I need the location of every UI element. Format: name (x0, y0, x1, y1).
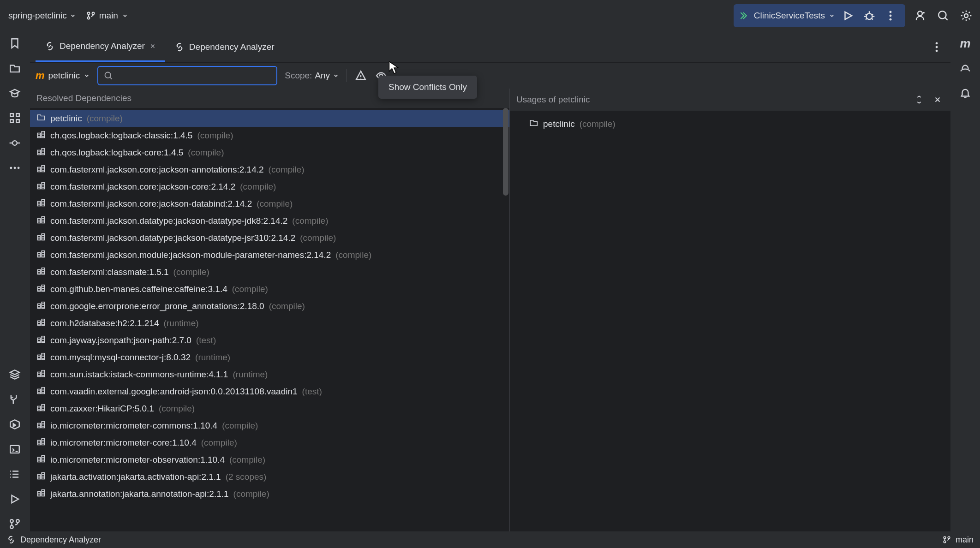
lib-icon (36, 283, 46, 295)
panel-title: Resolved Dependencies (36, 93, 131, 103)
svg-rect-13 (16, 119, 19, 123)
dependency-item[interactable]: com.fasterxml.jackson.module:jackson-mod… (30, 246, 509, 263)
dependency-item[interactable]: com.vaadin.external.google:android-json:… (30, 383, 509, 400)
dependency-item[interactable]: jakarta.activation:jakarta.activation-ap… (30, 468, 509, 485)
project-selector[interactable]: spring-petclinic (6, 9, 79, 23)
tab-more-button[interactable] (928, 39, 945, 55)
scope-selector[interactable]: Scope: Any (285, 71, 339, 81)
expand-collapse-button[interactable] (913, 93, 926, 106)
module-selector[interactable]: m petclinic (36, 70, 90, 82)
dependency-item[interactable]: com.jayway.jsonpath:json-path:2.7.0 (tes… (30, 332, 509, 349)
run-tool-button[interactable] (7, 492, 22, 506)
dependency-name: com.mysql:mysql-connector-j:8.0.32 (50, 352, 191, 363)
dependency-item[interactable]: io.micrometer:micrometer-commons:1.10.4 … (30, 417, 509, 434)
tab-dependency-analyzer-1[interactable]: Dependency Analyzer (36, 31, 165, 62)
vcs-tool-button[interactable] (7, 517, 22, 531)
dependency-scope: (compile) (173, 267, 209, 277)
structure-tool-button[interactable] (7, 111, 22, 125)
dependency-name: com.fasterxml.jackson.core:jackson-core:… (50, 182, 235, 192)
svg-rect-19 (10, 446, 19, 453)
dependency-list[interactable]: petclinic (compile) ch.qos.logback:logba… (30, 108, 509, 531)
close-panel-button[interactable] (931, 93, 944, 106)
run-config-selector[interactable]: ClinicServiceTests (740, 11, 835, 21)
build-tool-button[interactable] (7, 392, 22, 407)
chevron-down-icon (333, 72, 339, 79)
dependency-item[interactable]: io.micrometer:micrometer-core:1.10.4 (co… (30, 434, 509, 451)
bookmarks-tool-button[interactable] (7, 36, 22, 51)
dependency-name: com.github.ben-manes.caffeine:caffeine:3… (50, 284, 227, 294)
dependency-item[interactable]: com.h2database:h2:2.1.214 (runtime) (30, 315, 509, 332)
branch-selector[interactable]: main (83, 9, 132, 23)
services-tool-button[interactable] (7, 417, 22, 432)
dependency-item[interactable]: com.zaxxer:HikariCP:5.0.1 (compile) (30, 400, 509, 417)
dependency-item[interactable]: jakarta.annotation:jakarta.annotation-ap… (30, 485, 509, 502)
terminal-tool-button[interactable] (7, 442, 22, 457)
tab-dependency-analyzer-2[interactable]: Dependency Analyzer (165, 31, 284, 62)
dependency-name: com.google.errorprone:error_prone_annota… (50, 301, 264, 311)
scrollbar-thumb[interactable] (503, 108, 508, 196)
dependency-item[interactable]: com.fasterxml.jackson.core:jackson-core:… (30, 178, 509, 195)
project-tool-button[interactable] (7, 61, 22, 76)
search-everywhere-button[interactable] (935, 7, 951, 24)
close-icon[interactable] (149, 43, 156, 49)
resolved-dependencies-panel: Resolved Dependencies petclinic (compile… (30, 89, 510, 531)
lib-icon (36, 198, 46, 209)
more-run-button[interactable] (882, 7, 899, 24)
svg-rect-58 (38, 389, 41, 394)
dependency-item[interactable]: com.google.errorprone:error_prone_annota… (30, 298, 509, 315)
dependency-name: ch.qos.logback:logback-classic:1.4.5 (50, 131, 192, 141)
mouse-cursor-icon (388, 61, 400, 75)
lib-icon (36, 147, 46, 158)
usage-item[interactable]: petclinic (compile) (515, 115, 945, 132)
show-conflicts-button[interactable] (354, 69, 367, 82)
tab-label: Dependency Analyzer (189, 42, 275, 52)
svg-rect-70 (38, 492, 41, 496)
dependency-item[interactable]: com.fasterxml:classmate:1.5.1 (compile) (30, 263, 509, 280)
dependency-item[interactable]: com.fasterxml.jackson.core:jackson-datab… (30, 195, 509, 212)
usage-scope: (compile) (580, 119, 615, 129)
run-button[interactable] (840, 7, 856, 24)
svg-point-74 (948, 536, 950, 539)
svg-rect-40 (38, 236, 41, 240)
dependency-item[interactable]: com.fasterxml.jackson.core:jackson-annot… (30, 161, 509, 178)
dependency-item[interactable]: com.mysql:mysql-connector-j:8.0.32 (runt… (30, 349, 509, 366)
dependency-item[interactable]: com.fasterxml.jackson.datatype:jackson-d… (30, 229, 509, 246)
notifications-tool-button[interactable] (958, 86, 973, 101)
more-tools-button[interactable] (7, 161, 22, 175)
dependency-scope: (compile) (222, 421, 258, 431)
dependency-item[interactable]: com.fasterxml.jackson.datatype:jackson-d… (30, 212, 509, 229)
todo-tool-button[interactable] (7, 467, 22, 482)
code-with-me-button[interactable] (912, 7, 928, 24)
folder-icon (529, 118, 538, 130)
svg-rect-56 (38, 372, 41, 377)
debug-button[interactable] (861, 7, 878, 24)
status-branch-label: main (956, 535, 974, 545)
usages-list[interactable]: petclinic (compile) (510, 111, 950, 137)
dependency-item[interactable]: ch.qos.logback:logback-classic:1.4.5 (co… (30, 127, 509, 144)
status-branch[interactable]: main (943, 535, 974, 545)
commit-tool-button[interactable] (7, 136, 22, 150)
maven-tool-button[interactable]: m (958, 36, 973, 51)
layers-tool-button[interactable] (7, 367, 22, 382)
dependency-item[interactable]: io.micrometer:micrometer-observation:1.1… (30, 451, 509, 468)
dependency-name: com.jayway.jsonpath:json-path:2.7.0 (50, 335, 191, 345)
analyzer-toolbar: m petclinic Scope: Any (30, 63, 950, 89)
settings-button[interactable] (958, 7, 974, 24)
svg-rect-46 (38, 287, 41, 292)
dependency-item[interactable]: com.github.ben-manes.caffeine:caffeine:3… (30, 280, 509, 298)
svg-rect-11 (16, 113, 19, 117)
search-input[interactable] (117, 71, 271, 81)
ai-tool-button[interactable] (958, 61, 973, 76)
search-field[interactable] (97, 66, 277, 85)
dependency-scope: (compile) (300, 233, 336, 243)
svg-rect-28 (38, 133, 41, 138)
svg-point-15 (10, 167, 12, 169)
lib-icon (36, 488, 46, 500)
status-left[interactable]: Dependency Analyzer (6, 535, 101, 545)
scope-value: Any (315, 71, 330, 81)
learn-tool-button[interactable] (7, 86, 22, 101)
dependency-item[interactable]: petclinic (compile) (30, 110, 509, 127)
dependency-item[interactable]: ch.qos.logback:logback-core:1.4.5 (compi… (30, 144, 509, 161)
svg-point-2 (92, 12, 94, 15)
dependency-item[interactable]: com.sun.istack:istack-commons-runtime:4.… (30, 366, 509, 383)
